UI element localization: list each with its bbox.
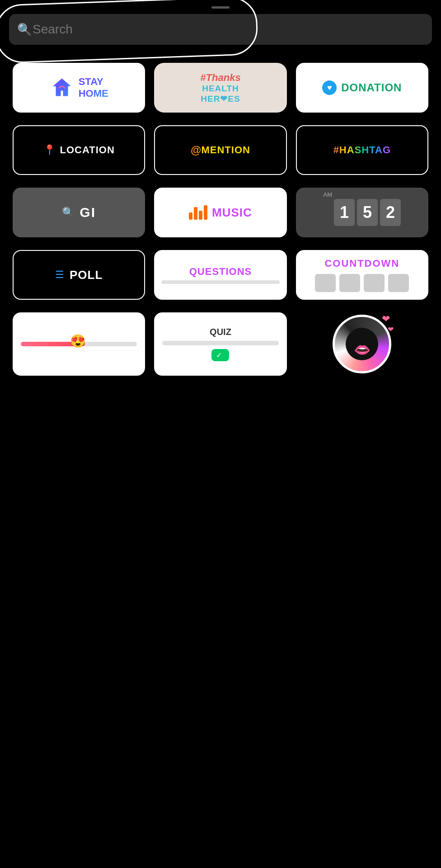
hashtag-text: #HASHTAG: [333, 144, 391, 156]
music-bar-1: [189, 212, 192, 220]
stay-home-text: STAY HOME: [79, 76, 108, 100]
donation-text: DONATION: [341, 81, 402, 94]
quiz-bar-correct: ✓: [211, 349, 229, 361]
stay-home-icon: [50, 75, 74, 100]
time-sticker[interactable]: AM 1 5 2: [296, 188, 428, 237]
quiz-check-icon: ✓: [216, 351, 222, 359]
questions-text: QUESTIONS: [189, 266, 252, 278]
donation-sticker[interactable]: DONATION: [296, 63, 428, 113]
countdown-text: COUNTDOWN: [324, 258, 399, 269]
mention-sticker[interactable]: @ MENTION: [154, 125, 286, 175]
countdown-boxes: [315, 274, 409, 292]
mention-at-symbol: @: [191, 144, 201, 156]
time-am-label: AM: [324, 191, 333, 198]
donation-heart-icon: [322, 80, 337, 95]
questions-bar: [161, 280, 279, 284]
drag-handle: [211, 6, 230, 9]
mouth-inner-circle: 👄: [346, 328, 378, 360]
music-bar-3: [199, 211, 202, 220]
quiz-bar-1: [162, 341, 278, 345]
location-sticker[interactable]: 📍 LOCATION: [13, 125, 145, 175]
slider-emoji: 😍: [70, 334, 86, 349]
countdown-box-3: [364, 274, 385, 292]
poll-icon: ☰: [55, 269, 64, 281]
countdown-box-2: [339, 274, 360, 292]
time-digit-3: 2: [380, 199, 401, 226]
search-container: 🔍: [9, 14, 432, 45]
music-bars-icon: [189, 205, 207, 220]
music-text: MUSIC: [212, 206, 252, 220]
poll-text: POLL: [70, 268, 103, 282]
emoji-slider-sticker[interactable]: 😍: [13, 312, 145, 376]
stay-home-sticker[interactable]: STAY HOME: [13, 63, 145, 113]
thanks-health-heroes-sticker[interactable]: #Thanks HEALTH HER❤ES: [154, 63, 286, 113]
thanks-health: HEALTH: [202, 84, 239, 94]
quiz-title: QUIZ: [210, 327, 231, 337]
search-icon: 🔍: [17, 23, 32, 37]
thanks-hashtag: #Thanks: [200, 72, 240, 84]
thanks-heroes: HER❤ES: [201, 94, 240, 104]
gif-sticker[interactable]: 🔍 GI: [13, 188, 145, 237]
mouth-sticker[interactable]: 👄 ❤ ❤: [296, 312, 428, 376]
location-pin-icon: 📍: [43, 144, 56, 156]
time-digits: 1 5 2: [334, 199, 401, 226]
sticker-grid: STAY HOME #Thanks HEALTH HER❤ES DONATION…: [0, 58, 441, 394]
quiz-sticker[interactable]: QUIZ ✓: [154, 312, 286, 376]
search-input[interactable]: [9, 14, 432, 45]
countdown-box-1: [315, 274, 336, 292]
music-bar-2: [194, 207, 197, 220]
location-text: LOCATION: [60, 144, 115, 156]
slider-track: 😍: [21, 342, 137, 346]
heart-icon-2: ❤: [388, 325, 394, 334]
gif-search-icon: 🔍: [62, 207, 74, 218]
music-bar-4: [204, 205, 207, 220]
heart-icon-1: ❤: [382, 313, 390, 325]
hashtag-sticker[interactable]: #HASHTAG: [296, 125, 428, 175]
time-digit-2: 5: [357, 199, 378, 226]
countdown-sticker[interactable]: COUNTDOWN: [296, 250, 428, 300]
poll-sticker[interactable]: ☰ POLL: [13, 250, 145, 300]
time-digit-1: 1: [334, 199, 355, 226]
mouth-lips-emoji: 👄: [354, 342, 371, 358]
music-sticker[interactable]: MUSIC: [154, 188, 286, 237]
gif-text: GI: [80, 205, 96, 220]
countdown-box-4: [388, 274, 409, 292]
questions-sticker[interactable]: QUESTIONS: [154, 250, 286, 300]
mention-text: MENTION: [201, 144, 250, 156]
